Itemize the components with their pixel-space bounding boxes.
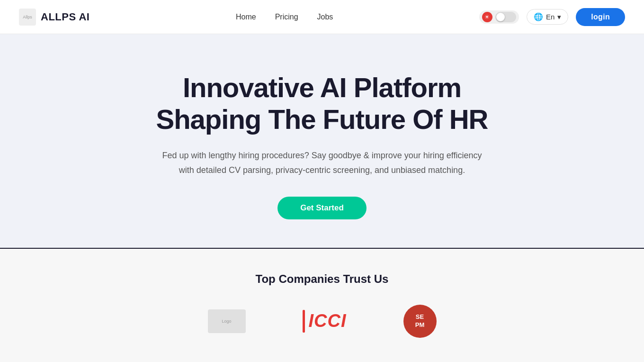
toggle-track[interactable] bbox=[495, 12, 516, 22]
hero-title: Innovative AI Platform Shaping The Futur… bbox=[133, 72, 511, 135]
sepm-line1: SE bbox=[416, 313, 424, 321]
cci-text: ICCI bbox=[309, 311, 347, 331]
cci-bar-decoration bbox=[303, 310, 305, 333]
nav-pricing[interactable]: Pricing bbox=[275, 13, 298, 21]
company-logo-1: Logo bbox=[208, 309, 246, 333]
nav-right: 🌐 En ▾ login bbox=[479, 8, 625, 26]
brand-name: ALLPS AI bbox=[41, 11, 89, 23]
globe-icon: 🌐 bbox=[534, 12, 543, 21]
nav-links: Home Pricing Jobs bbox=[236, 13, 333, 21]
login-button[interactable]: login bbox=[576, 8, 625, 26]
hero-cta-button[interactable]: Get Started bbox=[277, 197, 367, 219]
brand-logo-image: Allps bbox=[19, 9, 36, 26]
trust-title: Top Companies Trust Us bbox=[19, 272, 625, 286]
language-selector[interactable]: 🌐 En ▾ bbox=[527, 9, 568, 25]
trust-section: Top Companies Trust Us Logo ICCI SE PM bbox=[0, 249, 644, 362]
cci-logo: ICCI bbox=[303, 310, 347, 333]
sepm-line2: PM bbox=[415, 321, 425, 329]
chevron-down-icon: ▾ bbox=[557, 13, 561, 21]
hero-subtitle: Fed up with lengthy hiring procedures? S… bbox=[156, 148, 488, 177]
hero-section: Innovative AI Platform Shaping The Futur… bbox=[0, 34, 644, 248]
lang-label: En bbox=[546, 13, 555, 21]
navbar: Allps ALLPS AI Home Pricing Jobs 🌐 En ▾ … bbox=[0, 0, 644, 34]
brand-logo-link[interactable]: Allps ALLPS AI bbox=[19, 9, 89, 26]
nav-jobs[interactable]: Jobs bbox=[317, 13, 333, 21]
theme-toggle[interactable] bbox=[479, 10, 519, 24]
sun-icon bbox=[482, 12, 492, 22]
toggle-thumb bbox=[496, 13, 505, 21]
trust-logos-container: Logo ICCI SE PM bbox=[19, 305, 625, 338]
sepm-logo: SE PM bbox=[403, 305, 437, 338]
nav-home[interactable]: Home bbox=[236, 13, 256, 21]
